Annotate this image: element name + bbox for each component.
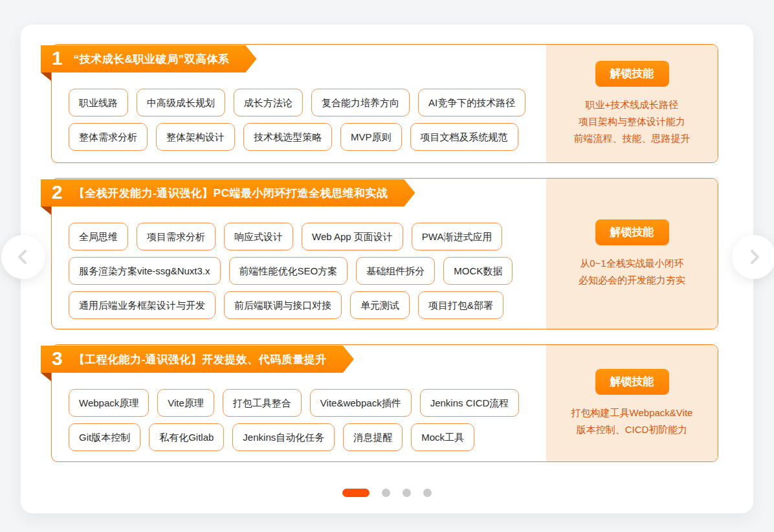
carousel-prev-button[interactable] bbox=[1, 235, 45, 279]
carousel-dot[interactable] bbox=[382, 489, 390, 497]
skill-tag: 中高级成长规划 bbox=[137, 89, 225, 116]
panel-description-line: 前端流程、技能、思路提升 bbox=[574, 130, 691, 147]
ribbon-fold-icon bbox=[41, 206, 51, 215]
curriculum-card: 1 “技术成长&职业破局”双高体系 职业线路中高级成长规划成长方法论复合能力培养… bbox=[21, 25, 753, 513]
skill-tag: 整体架构设计 bbox=[156, 123, 235, 151]
chevron-left-icon bbox=[15, 249, 32, 265]
panel-description: 打包构建工具Webpack&Vite版本控制、CICD初阶能力 bbox=[571, 405, 693, 438]
chevron-right-icon bbox=[746, 249, 762, 265]
panel-description-line: 从0~1全栈实战最小闭环 bbox=[579, 255, 685, 272]
panel-description-line: 必知必会的开发能力夯实 bbox=[579, 272, 685, 289]
skill-tag: 复合能力培养方向 bbox=[311, 89, 410, 116]
curriculum-section: 1 “技术成长&职业破局”双高体系 职业线路中高级成长规划成长方法论复合能力培养… bbox=[51, 44, 718, 163]
skill-tag: Mock工具 bbox=[411, 423, 474, 451]
panel-description-line: 项目架构与整体设计能力 bbox=[574, 113, 691, 130]
skill-tag: 成长方法论 bbox=[234, 89, 303, 116]
unlock-skills-button[interactable]: 解锁技能 bbox=[595, 219, 669, 245]
section-ribbon: 1 “技术成长&职业破局”双高体系 bbox=[41, 45, 256, 72]
skill-tag: MOCK数据 bbox=[443, 257, 513, 285]
section-title: “技术成长&职业破局”双高体系 bbox=[74, 52, 230, 67]
skill-tag: 项目文档及系统规范 bbox=[410, 123, 518, 151]
skill-tag: 技术栈选型策略 bbox=[243, 123, 332, 151]
skill-tag: 通用后端业务框架设计与开发 bbox=[69, 291, 216, 319]
skill-tag: Jenkins自动化任务 bbox=[232, 423, 335, 451]
skill-tag: 整体需求分析 bbox=[69, 123, 148, 151]
section-list: 1 “技术成长&职业破局”双高体系 职业线路中高级成长规划成长方法论复合能力培养… bbox=[51, 44, 718, 462]
unlock-skills-button[interactable]: 解锁技能 bbox=[595, 61, 669, 87]
skill-tag: Git版本控制 bbox=[69, 423, 140, 451]
skill-tag: 项目需求分析 bbox=[137, 223, 216, 250]
skill-tag: 项目打包&部署 bbox=[418, 291, 503, 319]
panel-description-line: 职业+技术线成长路径 bbox=[574, 96, 691, 113]
skill-tag: 私有化Gitlab bbox=[149, 423, 224, 451]
skills-panel: 解锁技能 打包构建工具Webpack&Vite版本控制、CICD初阶能力 bbox=[546, 345, 718, 461]
unlock-skills-button[interactable]: 解锁技能 bbox=[595, 369, 669, 395]
skill-tag: PWA渐进式应用 bbox=[412, 223, 503, 250]
skill-tag: 消息提醒 bbox=[343, 423, 403, 451]
section-title: 【全栈开发能力-通识强化】PC端最小闭环打造全栈思维和实战 bbox=[74, 186, 388, 201]
section-number: 2 bbox=[52, 183, 63, 202]
skill-tag: 职业线路 bbox=[69, 89, 128, 116]
skill-tag: Webpack原理 bbox=[69, 389, 149, 417]
skill-tag: 全局思维 bbox=[69, 223, 128, 250]
carousel-next-button[interactable] bbox=[732, 235, 774, 279]
skill-tag: Jenkins CICD流程 bbox=[420, 389, 520, 417]
section-title: 【工程化能力-通识强化】开发提效、代码质量提升 bbox=[74, 352, 327, 367]
section-ribbon: 2 【全栈开发能力-通识强化】PC端最小闭环打造全栈思维和实战 bbox=[41, 179, 415, 206]
panel-description-line: 打包构建工具Webpack&Vite bbox=[571, 405, 693, 421]
ribbon-fold-icon bbox=[41, 72, 51, 81]
ribbon-fold-icon bbox=[41, 373, 51, 381]
skill-tag: Web App 页面设计 bbox=[302, 223, 403, 250]
curriculum-section: 2 【全栈开发能力-通识强化】PC端最小闭环打造全栈思维和实战 全局思维项目需求… bbox=[51, 178, 718, 329]
carousel-dot[interactable] bbox=[423, 489, 432, 497]
skills-panel: 解锁技能 职业+技术线成长路径项目架构与整体设计能力前端流程、技能、思路提升 bbox=[546, 45, 718, 162]
section-number: 3 bbox=[52, 349, 63, 368]
panel-description: 从0~1全栈实战最小闭环必知必会的开发能力夯实 bbox=[579, 255, 685, 289]
section-ribbon: 3 【工程化能力-通识强化】开发提效、代码质量提升 bbox=[41, 346, 354, 373]
skill-tag: Vite原理 bbox=[157, 389, 214, 417]
carousel-stage: 1 “技术成长&职业破局”双高体系 职业线路中高级成长规划成长方法论复合能力培养… bbox=[0, 0, 774, 532]
skill-tag: Vite&webpack插件 bbox=[310, 389, 412, 417]
curriculum-section: 3 【工程化能力-通识强化】开发提效、代码质量提升 Webpack原理Vite原… bbox=[51, 344, 718, 462]
skill-tag: 打包工具整合 bbox=[223, 389, 302, 417]
skill-tag: 服务渲染方案vite-ssg&Nuxt3.x bbox=[69, 257, 221, 285]
skill-tag: MVP原则 bbox=[340, 123, 402, 151]
skill-tag: AI竞争下的技术路径 bbox=[418, 89, 525, 116]
carousel-dot[interactable] bbox=[403, 489, 411, 497]
panel-description-line: 版本控制、CICD初阶能力 bbox=[571, 421, 693, 438]
skill-tag: 单元测试 bbox=[350, 291, 410, 319]
section-number: 1 bbox=[52, 49, 63, 68]
skills-panel: 解锁技能 从0~1全栈实战最小闭环必知必会的开发能力夯实 bbox=[546, 179, 718, 329]
carousel-dots bbox=[21, 489, 753, 497]
skill-tag: 基础组件拆分 bbox=[356, 257, 435, 285]
skill-tag: 前后端联调与接口对接 bbox=[224, 291, 342, 319]
panel-description: 职业+技术线成长路径项目架构与整体设计能力前端流程、技能、思路提升 bbox=[574, 96, 691, 147]
skill-tag: 响应式设计 bbox=[224, 223, 293, 250]
carousel-dot-active[interactable] bbox=[342, 489, 370, 497]
skill-tag: 前端性能优化SEO方案 bbox=[229, 257, 348, 285]
